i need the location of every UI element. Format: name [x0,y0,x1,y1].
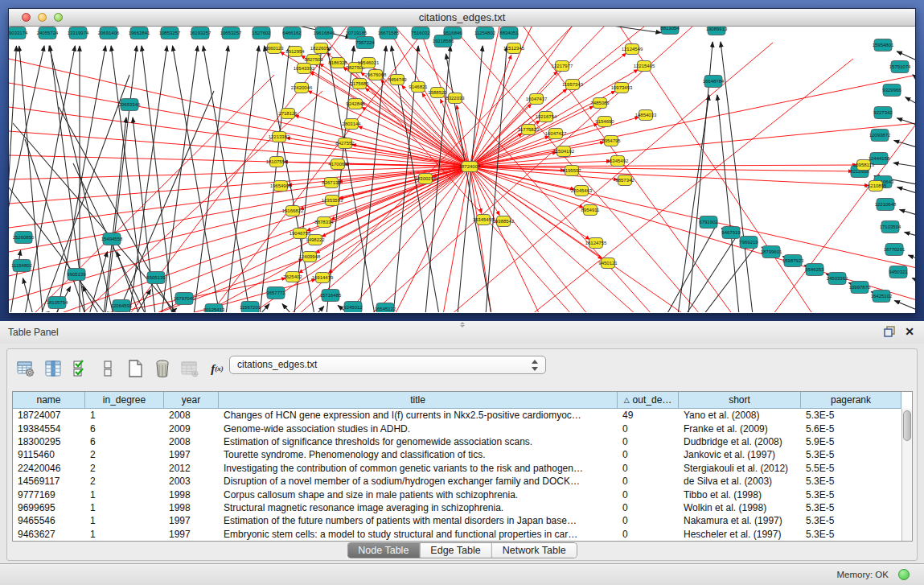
table-row[interactable]: 1938455462009Genome-wide association stu… [13,422,912,435]
node-label: 6791902 [699,220,718,225]
cell-year: 2009 [164,422,219,435]
cell-in_degree: 6 [85,435,164,448]
tab-edge-table[interactable]: Edge Table [420,543,491,558]
node-label: 11957343 [562,82,584,87]
node-label: 7485083 [590,101,610,105]
node-label: 9450121 [598,261,618,266]
tab-network-table[interactable]: Network Table [492,543,577,558]
cell-title: Estimation of significance thresholds fo… [219,435,618,448]
table-source-dropdown[interactable]: citations_edges.txt [229,356,546,374]
node-label: 4170063 [328,162,347,167]
select-all-check-icon[interactable] [70,358,91,379]
node-label: 9857342 [615,178,634,183]
vertical-scrollbar[interactable] [901,409,912,541]
node-label: 7969219 [739,240,758,245]
node-label: 18300295 [415,176,437,181]
table-toolbar: f(x) [15,354,228,383]
table-row[interactable]: 946362711997Embryonic stem cells: a mode… [13,528,912,541]
table-settings-icon[interactable] [15,358,36,379]
node-label: 10853257 [159,31,181,35]
node-label: 7957224 [355,40,375,45]
cell-name: 9465546 [13,514,85,527]
split-divider-grip-icon[interactable] [458,322,466,328]
column-header-name[interactable]: name [13,392,85,409]
node-label: 18107554 [266,159,288,164]
node-label: 15987923 [782,258,804,263]
node-label: 9450321 [889,270,908,274]
new-table-icon[interactable] [125,358,146,379]
close-panel-icon[interactable]: ✕ [905,326,914,337]
cell-short: Tibbo et al. (1998) [679,488,801,501]
node-label: 6466162 [282,31,302,35]
node-label: 10973493 [611,85,633,90]
delete-table-icon[interactable] [152,358,173,379]
node-label: 31775820 [518,127,540,132]
column-header-out_de[interactable]: △out_de… [618,392,679,409]
node-label: 12217977 [552,64,573,68]
node-label: 8813054 [660,27,680,31]
table-row[interactable]: 1872400712008Changes of HCN gene express… [13,409,912,422]
table-row[interactable]: 977716911998Corpus callosum shape and si… [13,488,912,501]
table-header-row: namein_degreeyeartitle△out_de…shortpager… [13,392,912,409]
node-label: 13216754 [536,114,557,119]
node-label: 16047437 [526,97,548,101]
network-window-titlebar[interactable]: citations_edges.txt [9,9,915,27]
node-label: 8454749 [388,77,407,82]
cell-year: 1997 [164,514,219,527]
node-label: 1498222 [306,237,325,242]
table-row[interactable]: 946554611997Estimation of the future num… [13,514,912,527]
node-label: 16210895 [865,183,887,188]
node-label: 15751074 [889,64,911,69]
cell-in_degree: 1 [85,514,164,527]
node-label: 15345455 [473,217,495,222]
cell-out_de: 0 [618,448,679,461]
node-label: 8834051 [499,31,519,35]
tab-node-table[interactable]: Node Table [347,543,420,558]
column-header-year[interactable]: year [164,392,219,409]
cell-in_degree: 1 [85,501,164,514]
cell-pagerank: 5.3E-5 [801,514,901,527]
node-label: 9227342 [873,110,893,115]
function-builder-icon[interactable]: f(x) [207,358,228,379]
node-label: 9827509 [304,57,323,62]
network-view-window[interactable]: citations_edges.txt 19033174240557241331… [8,8,916,314]
node-label: 19218586 [433,39,454,43]
node-label: 12213382 [269,134,290,139]
node-label: 8660123 [265,46,284,51]
node-label: 19654908 [270,183,292,188]
cell-name: 9463627 [13,528,85,541]
node-label: 16797049 [174,296,195,301]
memory-ok-indicator-icon[interactable] [898,569,910,580]
node-label: 18105754 [47,300,68,305]
node-label: 16193257 [190,31,211,35]
column-header-pagerank[interactable]: pagerank [801,392,901,409]
node-label: 22045463 [571,188,593,193]
cell-short: Hescheler et al. (1997) [679,528,801,541]
node-label: 8912954 [285,49,305,54]
cell-in_degree: 2 [85,462,164,475]
table-row[interactable]: 1830029562008Estimation of significance … [13,435,912,448]
table-mode-tabs: Node TableEdge TableNetwork Table [347,542,577,558]
scrollbar-thumb[interactable] [903,410,911,441]
cell-name: 19384554 [13,422,85,435]
column-header-title[interactable]: title [219,392,618,409]
network-graph-canvas[interactable]: 1903317424055724133199742069140619662841… [9,27,915,312]
cell-short: Yano et al. (2008) [679,409,801,422]
table-row[interactable]: 911546021997Tourette syndrome. Phenomeno… [13,448,912,461]
deselect-rows-icon[interactable] [97,358,118,379]
node-label: 12444158 [869,156,890,161]
node-label: 11254802 [474,31,496,35]
column-select-icon[interactable] [43,358,64,379]
cell-out_de: 49 [618,409,679,422]
column-header-short[interactable]: short [679,392,801,409]
node-label: 9242848 [346,101,365,106]
float-panel-icon[interactable] [884,326,895,337]
table-row[interactable]: 969969511998Structural magnetic resonanc… [13,501,912,514]
node-label: 8878334 [314,220,334,225]
node-label: 10997870 [849,285,871,290]
table-row[interactable]: 2242004622012Investigating the contribut… [13,462,912,475]
table-row[interactable]: 1456911722003Disruption of a novel membe… [13,475,912,488]
column-header-in_degree[interactable]: in_degree [85,392,164,409]
node-label: 1527602 [252,31,271,35]
cell-title: Estimation of the future numbers of pati… [219,514,618,527]
